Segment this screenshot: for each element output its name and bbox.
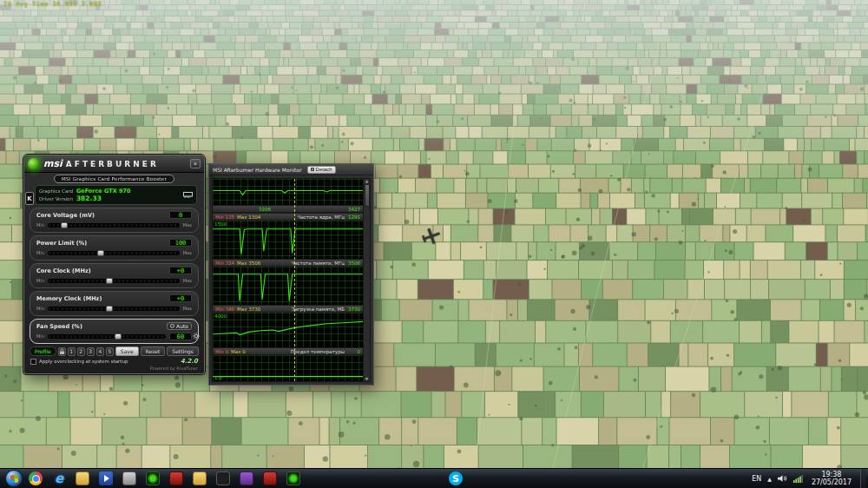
gpu-icon[interactable]: [182, 191, 193, 199]
max-label: Max: [183, 250, 192, 255]
green-app-icon[interactable]: [286, 472, 300, 485]
graph-axis-value: 3206: [259, 207, 271, 212]
afterburner-titlebar[interactable]: msi AFTERBURNER ×: [24, 155, 204, 173]
startup-checkbox[interactable]: [30, 359, 36, 365]
profile-slot-1[interactable]: 1: [68, 347, 76, 356]
folder-icon[interactable]: [193, 472, 207, 485]
gpu-info-panel: Graphics Card GeForce GTX 970 Driver Ver…: [35, 185, 197, 205]
volume-icon[interactable]: [778, 474, 787, 483]
driver-version-label: Driver Version: [39, 196, 73, 201]
graph-plot-memory-clock: [213, 267, 363, 305]
windows-logo-icon: [10, 474, 18, 483]
slider-label: Memory Clock (MHz): [36, 295, 102, 302]
max-label: Max: [183, 278, 192, 283]
msi-brand: msi: [43, 158, 62, 169]
gray-app-icon[interactable]: [122, 472, 136, 485]
profile-bar: Profile 1 2 3 4 5 Save Reset Settings: [30, 346, 199, 356]
network-icon[interactable]: [793, 474, 803, 483]
monitor-titlebar[interactable]: MSI Afterburner Hardware Monitor Detach: [209, 164, 373, 175]
power-limit-slider[interactable]: [48, 251, 180, 255]
clock[interactable]: 19:38 27/05/2017: [809, 471, 854, 486]
red-app-2-icon[interactable]: [263, 472, 277, 485]
detach-button[interactable]: Detach: [307, 166, 336, 174]
graph-plot-memory-usage: 4000: [213, 313, 363, 347]
internet-explorer-icon[interactable]: e: [52, 472, 66, 485]
red-app-icon[interactable]: [169, 472, 183, 485]
banner-text: MSI Graphics Card Performance Booster: [54, 175, 174, 183]
profile-label: Profile: [30, 346, 56, 356]
kombustor-button[interactable]: K: [25, 192, 34, 205]
slider-group-core-voltage: Core Voltage (mV) 0 Min Max: [30, 208, 199, 233]
start-button[interactable]: [5, 470, 23, 487]
graph-name: Загрузка памяти, МБ: [292, 307, 345, 312]
detach-icon: [311, 168, 314, 171]
fan-settings-gear-icon[interactable]: [193, 326, 200, 343]
driver-version-value: 382.33: [76, 195, 102, 202]
fan-auto-button[interactable]: Auto: [167, 322, 192, 330]
msi-afterburner-icon[interactable]: [146, 472, 160, 485]
skype-icon[interactable]: S: [449, 472, 463, 485]
graph-name: Предел температуры: [291, 349, 345, 354]
profile-slot-2[interactable]: 2: [77, 347, 85, 356]
graph-header-core-clock: Min 135 Max 1304 Частота ядра, МГц 1291: [213, 213, 363, 221]
profile-lock-icon[interactable]: [58, 347, 66, 356]
core-voltage-value: 0: [169, 211, 192, 219]
time-cursor: [294, 179, 295, 381]
max-label: Max: [183, 306, 192, 311]
taskbar-icons: eS: [29, 472, 463, 485]
fan-speed-value: 60: [169, 333, 192, 340]
core-voltage-slider[interactable]: [48, 223, 180, 228]
core-clock-slider[interactable]: [48, 279, 180, 283]
black-app-icon[interactable]: [216, 472, 230, 485]
slider-thumb[interactable]: [97, 250, 104, 256]
profile-slot-3[interactable]: 3: [87, 347, 95, 356]
banner: MSI Graphics Card Performance Booster: [24, 175, 204, 183]
powered-by-label: Powered by RivaTuner: [30, 366, 198, 371]
tray-time: 19:38: [821, 471, 841, 478]
file-explorer-icon[interactable]: [76, 472, 89, 485]
scroll-down-icon[interactable]: ▼: [365, 377, 368, 381]
graph-trace: [213, 321, 363, 334]
max-label: Max: [183, 222, 192, 228]
slider-thumb[interactable]: [115, 333, 122, 340]
purple-app-icon[interactable]: [240, 472, 253, 485]
chrome-icon[interactable]: [29, 472, 43, 485]
tray-date: 27/05/2017: [812, 478, 852, 486]
min-label: Min: [36, 222, 44, 228]
slider-group-core-clock: Core Clock (MHz) +0 Min Max: [30, 263, 199, 288]
hidden-icons-arrow[interactable]: ▲: [767, 476, 772, 482]
slider-thumb[interactable]: [106, 278, 113, 284]
scrollbar-thumb[interactable]: [365, 184, 370, 207]
save-button[interactable]: Save: [115, 346, 139, 356]
graph-current-value: 3730: [347, 307, 360, 312]
slider-thumb[interactable]: [106, 306, 113, 312]
graphics-card-value: GeForce GTX 970: [76, 188, 131, 195]
slider-label: Core Voltage (mV): [36, 212, 95, 219]
version-label: 4.2.0: [181, 358, 198, 365]
fan-speed-slider[interactable]: [48, 334, 166, 339]
graph-plot: [213, 179, 363, 205]
scroll-up-icon[interactable]: ▲: [365, 179, 368, 183]
graph-header-temp-limit: Min 0 Max 0 Предел температуры 0: [213, 347, 363, 355]
reset-button[interactable]: Reset: [141, 346, 166, 356]
slider-label: Power Limit (%): [36, 240, 87, 247]
graph-header-memory-clock: Min 324 Max 3506 Частота памяти, МГц 350…: [213, 259, 363, 267]
monitor-scrollbar[interactable]: ▲ ▼: [363, 179, 370, 381]
language-indicator[interactable]: EN: [752, 475, 761, 483]
slider-label: Fan Speed (%): [36, 323, 82, 330]
profile-slot-4[interactable]: 4: [96, 347, 104, 356]
profile-slot-5[interactable]: 5: [106, 347, 114, 356]
graph-current-value: 3427: [347, 207, 360, 212]
graph-current-value: 0: [347, 349, 360, 354]
show-desktop-button[interactable]: [860, 469, 866, 488]
slider-thumb[interactable]: [61, 222, 68, 228]
power-limit-value: 100: [169, 239, 192, 247]
settings-button[interactable]: Settings: [167, 346, 199, 356]
app-title: AFTERBURNER: [66, 160, 159, 168]
close-button[interactable]: ×: [190, 159, 201, 168]
msi-afterburner-window: msi AFTERBURNER × MSI Graphics Card Perf…: [23, 155, 205, 374]
media-player-icon[interactable]: [99, 472, 113, 485]
memory-clock-slider[interactable]: [48, 307, 180, 311]
graph-stack: 3206 3427 Min 135 Max 1304 Частота ядра,…: [213, 179, 363, 381]
fps-overlay: 79 Avg Time 30.003 3.006: [3, 1, 102, 8]
